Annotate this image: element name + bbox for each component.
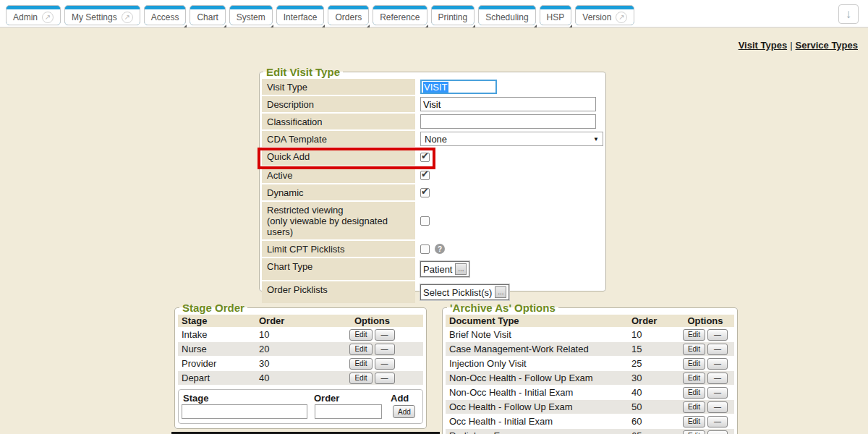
form-row-restricted-viewing: Restricted viewing(only viewable by desi… [262,202,603,239]
order-cell: 40 [631,387,676,398]
add-stage-header: Stage [181,393,314,404]
new-stage-input[interactable] [182,404,307,419]
tab-version-label: Version [582,12,611,22]
form-row-dynamic: Dynamic [262,184,603,200]
remove-button[interactable]: — [375,344,395,355]
page-mode-links: Visit Types|Service Types [739,40,858,51]
edit-button[interactable]: Edit [683,430,705,434]
order-cell: 60 [631,416,676,427]
edit-button[interactable]: Edit [683,373,705,384]
external-link-icon[interactable]: ↗ [616,12,627,23]
active-checkbox[interactable] [420,171,430,180]
stage-order-panel: Stage Order Stage Order Options Intake 1… [174,302,427,429]
document-type-cell: Brief Note Visit [446,329,631,340]
edit-button[interactable]: Edit [683,344,705,355]
order-header: Order [631,315,676,326]
tab-orders[interactable]: Orders [328,5,369,25]
download-button[interactable]: ↓ [838,4,859,24]
table-row: Brief Note Visit 10 Edit— [446,328,734,342]
link-separator: | [790,40,792,51]
tab-hsp[interactable]: HSP [540,5,572,25]
add-stage-button[interactable]: Add [393,405,415,418]
order-picklists-browse-button[interactable]: ... [495,286,506,298]
quick-add-checkbox[interactable] [420,153,430,162]
document-type-cell: Case Management-Work Related [446,344,631,354]
tab-my-settings[interactable]: My Settings↗ [64,5,140,25]
dynamic-checkbox[interactable] [420,188,430,197]
remove-button[interactable]: — [375,358,395,370]
remove-button[interactable]: — [707,430,728,434]
help-question-icon[interactable]: ? [435,244,445,254]
remove-button[interactable]: — [707,387,728,399]
cda-template-select[interactable]: None▼ [420,132,603,146]
tab-hsp-label: HSP [547,12,565,22]
restricted-viewing-label: Restricted viewing(only viewable by desi… [262,202,415,239]
tab-reference[interactable]: Reference [373,5,427,25]
edit-button[interactable]: Edit [683,416,705,427]
remove-button[interactable]: — [375,373,395,384]
quick-add-label: Quick Add [262,148,415,166]
tab-scheduling[interactable]: Scheduling [478,5,535,25]
archive-as-legend: 'Archive As' Options [447,302,558,314]
edit-button[interactable]: Edit [683,387,705,399]
form-row-classification: Classification [262,114,603,129]
edit-button[interactable]: Edit [349,344,372,355]
remove-button[interactable]: — [707,373,728,384]
document-type-cell: Radiology Exam [446,430,631,434]
stage-header: Stage [178,315,259,326]
edit-button[interactable]: Edit [349,329,372,341]
edit-button[interactable]: Edit [349,358,372,370]
description-input[interactable] [420,97,596,111]
restricted-viewing-checkbox[interactable] [420,216,430,226]
edit-button[interactable]: Edit [683,358,705,370]
visit-types-link[interactable]: Visit Types [739,40,787,51]
order-cell: 30 [259,358,321,369]
chart-type-browse-button[interactable]: ... [455,263,467,275]
tab-chart[interactable]: Chart [190,5,225,25]
table-row: Provider 30 Edit— [178,357,423,371]
form-row-cda-template: CDA Template None▼ [262,131,603,147]
options-header: Options [321,315,423,326]
chart-type-label: Chart Type [262,258,415,280]
table-row: Case Management-Work Related 15 Edit— [446,342,734,357]
edit-button[interactable]: Edit [349,373,372,384]
remove-button[interactable]: — [707,344,728,355]
tab-printing[interactable]: Printing [431,5,475,25]
stage-cell: Nurse [178,344,259,354]
order-cell: 20 [259,344,321,354]
tab-admin[interactable]: Admin↗ [6,5,61,25]
new-order-input[interactable] [315,404,382,419]
edit-button[interactable]: Edit [683,329,705,341]
external-link-icon[interactable]: ↗ [122,12,133,23]
tab-version[interactable]: Version↗ [575,5,634,25]
form-row-quick-add: Quick Add [262,148,603,166]
tab-access[interactable]: Access [144,5,187,25]
tab-access-label: Access [151,12,179,22]
limit-cpt-checkbox[interactable] [420,244,430,254]
archive-table-header: Document Type Order Options [446,315,734,328]
remove-button[interactable]: — [707,416,728,427]
classification-input[interactable] [420,114,596,129]
service-types-link[interactable]: Service Types [796,40,858,51]
edit-visit-type-panel: Edit Visit Type Visit Type VISIT Descrip… [259,66,606,292]
tab-scheduling-label: Scheduling [485,12,528,22]
order-header: Order [259,315,321,326]
edit-button[interactable]: Edit [683,401,705,413]
visit-type-label: Visit Type [262,79,415,95]
add-header: Add [391,393,420,404]
visit-type-input[interactable]: VISIT [420,80,497,94]
description-label: Description [262,96,415,112]
options-header: Options [676,315,734,326]
form-row-limit-cpt: Limit CPT Picklists ? [262,241,603,257]
document-type-cell: Non-Occ Health - Initial Exam [446,387,631,398]
tab-interface[interactable]: Interface [276,5,325,25]
order-picklists-picker: Select Picklist(s)... [420,284,509,300]
external-link-icon[interactable]: ↗ [42,12,54,23]
remove-button[interactable]: — [375,329,395,341]
remove-button[interactable]: — [707,329,728,341]
tab-admin-label: Admin [13,12,38,22]
remove-button[interactable]: — [707,358,728,370]
remove-button[interactable]: — [707,401,728,413]
nav-tabs: Admin↗ My Settings↗ Access Chart System … [6,5,634,25]
tab-system[interactable]: System [229,5,273,25]
